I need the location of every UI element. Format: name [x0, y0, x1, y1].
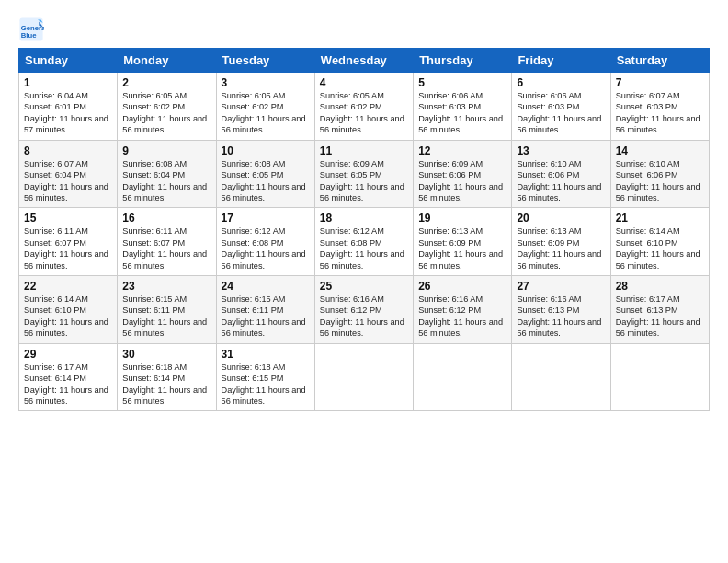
day-info: Sunrise: 6:17 AMSunset: 6:14 PMDaylight:…: [24, 362, 112, 408]
day-cell-6: 6Sunrise: 6:06 AMSunset: 6:03 PMDaylight…: [512, 73, 610, 141]
day-info: Sunrise: 6:05 AMSunset: 6:02 PMDaylight:…: [320, 90, 408, 136]
day-info: Sunrise: 6:05 AMSunset: 6:02 PMDaylight:…: [122, 90, 210, 136]
weekday-header-sunday: Sunday: [19, 49, 118, 73]
weekday-header-row: SundayMondayTuesdayWednesdayThursdayFrid…: [19, 49, 710, 73]
day-info: Sunrise: 6:11 AMSunset: 6:07 PMDaylight:…: [122, 225, 210, 271]
day-number: 9: [122, 144, 210, 157]
day-info: Sunrise: 6:11 AMSunset: 6:07 PMDaylight:…: [24, 225, 112, 271]
empty-cell: [512, 343, 610, 411]
day-number: 20: [517, 212, 605, 224]
day-number: 10: [222, 144, 310, 157]
day-cell-16: 16Sunrise: 6:11 AMSunset: 6:07 PMDayligh…: [118, 208, 216, 276]
day-number: 23: [122, 280, 210, 293]
day-number: 19: [418, 212, 506, 224]
weekday-header-monday: Monday: [118, 49, 216, 73]
day-cell-26: 26Sunrise: 6:16 AMSunset: 6:12 PMDayligh…: [414, 276, 512, 344]
day-number: 12: [418, 144, 506, 157]
day-cell-31: 31Sunrise: 6:18 AMSunset: 6:15 PMDayligh…: [216, 343, 314, 411]
day-cell-12: 12Sunrise: 6:09 AMSunset: 6:06 PMDayligh…: [414, 140, 512, 208]
day-cell-1: 1Sunrise: 6:04 AMSunset: 6:01 PMDaylight…: [19, 73, 118, 141]
day-cell-22: 22Sunrise: 6:14 AMSunset: 6:10 PMDayligh…: [19, 276, 118, 344]
weekday-header-tuesday: Tuesday: [216, 49, 314, 73]
day-info: Sunrise: 6:05 AMSunset: 6:02 PMDaylight:…: [222, 90, 310, 136]
day-info: Sunrise: 6:09 AMSunset: 6:05 PMDaylight:…: [320, 158, 408, 204]
day-info: Sunrise: 6:15 AMSunset: 6:11 PMDaylight:…: [122, 293, 210, 339]
day-info: Sunrise: 6:08 AMSunset: 6:05 PMDaylight:…: [222, 158, 310, 204]
day-number: 16: [122, 212, 210, 224]
day-cell-29: 29Sunrise: 6:17 AMSunset: 6:14 PMDayligh…: [19, 343, 118, 411]
day-number: 21: [616, 212, 704, 224]
day-info: Sunrise: 6:04 AMSunset: 6:01 PMDaylight:…: [24, 90, 112, 136]
day-number: 8: [24, 144, 112, 157]
weekday-header-friday: Friday: [512, 49, 610, 73]
day-info: Sunrise: 6:09 AMSunset: 6:06 PMDaylight:…: [418, 158, 506, 204]
day-cell-18: 18Sunrise: 6:12 AMSunset: 6:08 PMDayligh…: [314, 208, 413, 276]
day-number: 26: [418, 280, 506, 293]
day-number: 3: [222, 76, 310, 89]
day-info: Sunrise: 6:14 AMSunset: 6:10 PMDaylight:…: [24, 293, 112, 339]
weekday-header-wednesday: Wednesday: [314, 49, 413, 73]
day-info: Sunrise: 6:17 AMSunset: 6:13 PMDaylight:…: [616, 293, 704, 339]
svg-text:Blue: Blue: [21, 31, 37, 40]
day-info: Sunrise: 6:10 AMSunset: 6:06 PMDaylight:…: [517, 158, 605, 204]
day-info: Sunrise: 6:13 AMSunset: 6:09 PMDaylight:…: [418, 225, 506, 271]
day-cell-17: 17Sunrise: 6:12 AMSunset: 6:08 PMDayligh…: [216, 208, 314, 276]
day-cell-25: 25Sunrise: 6:16 AMSunset: 6:12 PMDayligh…: [314, 276, 413, 344]
day-cell-4: 4Sunrise: 6:05 AMSunset: 6:02 PMDaylight…: [314, 73, 413, 141]
day-cell-13: 13Sunrise: 6:10 AMSunset: 6:06 PMDayligh…: [512, 140, 610, 208]
week-row-3: 15Sunrise: 6:11 AMSunset: 6:07 PMDayligh…: [19, 208, 710, 276]
day-cell-30: 30Sunrise: 6:18 AMSunset: 6:14 PMDayligh…: [118, 343, 216, 411]
day-cell-23: 23Sunrise: 6:15 AMSunset: 6:11 PMDayligh…: [118, 276, 216, 344]
day-number: 24: [222, 280, 310, 293]
empty-cell: [314, 343, 413, 411]
day-number: 7: [616, 76, 704, 89]
weekday-header-saturday: Saturday: [610, 49, 709, 73]
day-cell-3: 3Sunrise: 6:05 AMSunset: 6:02 PMDaylight…: [216, 73, 314, 141]
calendar: SundayMondayTuesdayWednesdayThursdayFrid…: [18, 48, 710, 411]
day-number: 29: [24, 348, 112, 361]
day-info: Sunrise: 6:08 AMSunset: 6:04 PMDaylight:…: [122, 158, 210, 204]
day-number: 15: [24, 212, 112, 224]
day-info: Sunrise: 6:16 AMSunset: 6:12 PMDaylight:…: [418, 293, 506, 339]
day-number: 4: [320, 76, 408, 89]
day-info: Sunrise: 6:18 AMSunset: 6:14 PMDaylight:…: [122, 362, 210, 408]
day-cell-10: 10Sunrise: 6:08 AMSunset: 6:05 PMDayligh…: [216, 140, 314, 208]
day-number: 18: [320, 212, 408, 224]
day-cell-7: 7Sunrise: 6:07 AMSunset: 6:03 PMDaylight…: [610, 73, 709, 141]
day-info: Sunrise: 6:15 AMSunset: 6:11 PMDaylight:…: [222, 293, 310, 339]
day-info: Sunrise: 6:18 AMSunset: 6:15 PMDaylight:…: [222, 362, 310, 408]
day-number: 31: [222, 348, 310, 361]
weekday-header-thursday: Thursday: [414, 49, 512, 73]
day-number: 30: [122, 348, 210, 361]
day-cell-11: 11Sunrise: 6:09 AMSunset: 6:05 PMDayligh…: [314, 140, 413, 208]
day-info: Sunrise: 6:10 AMSunset: 6:06 PMDaylight:…: [616, 158, 704, 204]
day-number: 13: [517, 144, 605, 157]
empty-cell: [610, 343, 709, 411]
day-cell-5: 5Sunrise: 6:06 AMSunset: 6:03 PMDaylight…: [414, 73, 512, 141]
empty-cell: [414, 343, 512, 411]
day-info: Sunrise: 6:16 AMSunset: 6:12 PMDaylight:…: [320, 293, 408, 339]
day-cell-14: 14Sunrise: 6:10 AMSunset: 6:06 PMDayligh…: [610, 140, 709, 208]
day-info: Sunrise: 6:07 AMSunset: 6:04 PMDaylight:…: [24, 158, 112, 204]
day-cell-24: 24Sunrise: 6:15 AMSunset: 6:11 PMDayligh…: [216, 276, 314, 344]
day-number: 6: [517, 76, 605, 89]
day-number: 25: [320, 280, 408, 293]
day-number: 27: [517, 280, 605, 293]
logo: General Blue: [18, 17, 48, 42]
week-row-1: 1Sunrise: 6:04 AMSunset: 6:01 PMDaylight…: [19, 73, 710, 141]
day-cell-8: 8Sunrise: 6:07 AMSunset: 6:04 PMDaylight…: [19, 140, 118, 208]
logo-icon: General Blue: [18, 17, 44, 42]
day-info: Sunrise: 6:13 AMSunset: 6:09 PMDaylight:…: [517, 225, 605, 271]
day-info: Sunrise: 6:16 AMSunset: 6:13 PMDaylight:…: [517, 293, 605, 339]
week-row-2: 8Sunrise: 6:07 AMSunset: 6:04 PMDaylight…: [19, 140, 710, 208]
day-info: Sunrise: 6:12 AMSunset: 6:08 PMDaylight:…: [320, 225, 408, 271]
day-cell-19: 19Sunrise: 6:13 AMSunset: 6:09 PMDayligh…: [414, 208, 512, 276]
day-info: Sunrise: 6:06 AMSunset: 6:03 PMDaylight:…: [517, 90, 605, 136]
week-row-5: 29Sunrise: 6:17 AMSunset: 6:14 PMDayligh…: [19, 343, 710, 411]
day-info: Sunrise: 6:07 AMSunset: 6:03 PMDaylight:…: [616, 90, 704, 136]
day-number: 1: [24, 76, 112, 89]
day-number: 11: [320, 144, 408, 157]
day-cell-2: 2Sunrise: 6:05 AMSunset: 6:02 PMDaylight…: [118, 73, 216, 141]
day-info: Sunrise: 6:06 AMSunset: 6:03 PMDaylight:…: [418, 90, 506, 136]
day-number: 17: [222, 212, 310, 224]
